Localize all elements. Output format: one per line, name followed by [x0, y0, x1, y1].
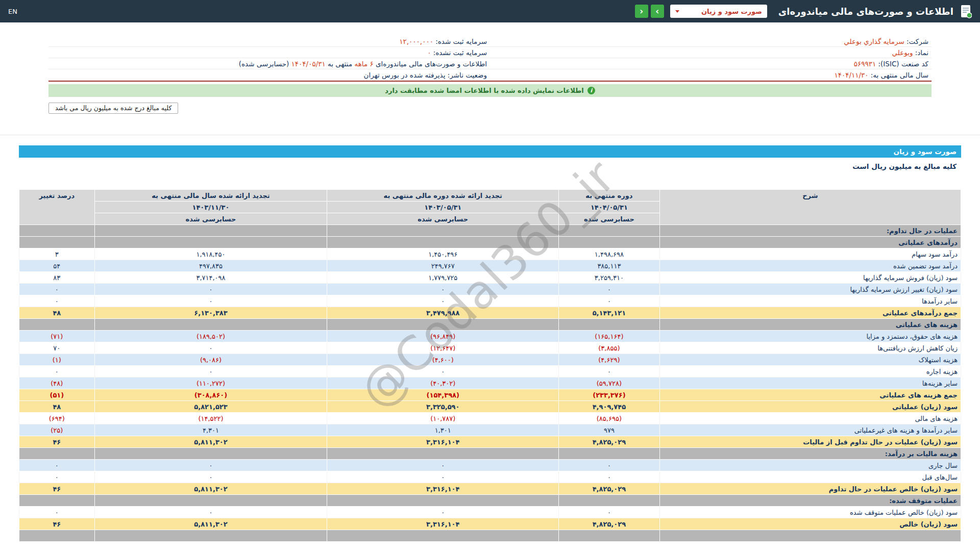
table-row: درآمد سود سهام۱,۴۹۸,۶۹۸۱,۴۵۰,۴۹۶۱,۹۱۸,۴۵… [19, 248, 961, 260]
unregistered-capital-label: سرمایه ثبت نشده: [433, 48, 487, 57]
table-row: زیان کاهش ارزش دریافتنی‌ها(۳,۸۵۵)(۱۲,۶۴۷… [19, 342, 961, 354]
table-row: هزینه استهلاک(۴,۶۲۹)(۴,۶۰۰)(۹,۰۸۶)(۱) [19, 354, 961, 366]
row-label: سایر درآمدها و هزینه های غیرعملیاتی [659, 424, 961, 436]
row-value: (۴,۶۲۹) [559, 354, 659, 366]
row-label: جمع درآمدهای عملیاتی [659, 307, 961, 319]
col-header-description: شرح [659, 190, 961, 225]
company-field: شرکت: سرمايه گذاري بوعلي [490, 37, 932, 45]
row-value [559, 319, 659, 331]
report-period-audited: (حسابرسی شده) [239, 60, 289, 68]
row-value: ۷۰ [19, 342, 95, 354]
unregistered-capital-field: سرمایه ثبت نشده: ۰ [48, 48, 490, 57]
report-type-selected-value: صورت سود و زیان [701, 8, 762, 15]
col-header-restated-year: تجدید ارائه شده سال مالی منتهی به [94, 190, 327, 202]
symbol-field: نماد: وبوعلي [490, 48, 932, 57]
col-header-current-date: ۱۴۰۴/۰۵/۳۱ [559, 202, 659, 213]
table-row: سود (زیان) عملیات در حال تداوم قبل از ما… [19, 436, 961, 448]
table-row: سود (زیان) فروش سرمایه گذاریها۳,۲۵۹,۳۱۰۱… [19, 272, 961, 284]
row-value: ۰ [327, 366, 559, 378]
row-label: هزینه های مالی [659, 413, 961, 424]
table-row: سال جاری۰۰۰۰ [19, 460, 961, 471]
next-report-button[interactable]: › [651, 5, 664, 18]
row-value [19, 237, 95, 248]
row-label: هزینه اجاره [659, 366, 961, 378]
row-value: ۰ [19, 471, 95, 483]
language-toggle[interactable]: EN [8, 8, 17, 15]
row-value: ۰ [19, 366, 95, 378]
row-value: ۸۳ [19, 272, 95, 284]
row-label: درآمدهای عملیاتی [659, 237, 961, 248]
row-value [559, 237, 659, 248]
row-value: ۴۸ [19, 401, 95, 413]
row-value: (۹,۰۸۶) [94, 354, 327, 366]
row-value: (۴,۶۰۰) [327, 354, 559, 366]
row-value [327, 530, 559, 542]
row-value: ۰ [94, 460, 327, 471]
banner-text: اطلاعات نمایش داده شده با اطلاعات امضا ش… [385, 87, 584, 94]
row-value: ۱,۷۷۹,۷۲۵ [327, 272, 559, 284]
row-value: ۳,۴۷۹,۹۸۸ [327, 307, 559, 319]
statement-title-bar: صورت سود و زیان [19, 145, 961, 158]
row-value: ۵,۸۱۱,۳۰۲ [94, 518, 327, 530]
table-row: سود (زیان) عملیاتی۴,۹۰۹,۷۴۵۳,۳۲۵,۵۹۰۵,۸۲… [19, 401, 961, 413]
section-divider [0, 135, 980, 135]
row-value: (۱۸۹,۵۰۲) [94, 331, 327, 342]
row-value: ۴,۳۰۱ [94, 424, 327, 436]
fiscal-year-value: ۱۴۰۴/۱۱/۳۰ [834, 71, 868, 79]
section-row: درآمدهای عملیاتی [19, 237, 961, 248]
info-row: شرکت: سرمايه گذاري بوعلي سرمایه ثبت شده:… [48, 36, 932, 47]
row-value [327, 495, 559, 507]
row-value: ۳,۳۱۶,۱۰۴ [327, 436, 559, 448]
registered-capital-label: سرمایه ثبت شده: [435, 37, 487, 45]
row-value: (۱۵۴,۳۹۸) [327, 389, 559, 401]
row-value: ۱,۹۱۸,۴۵۰ [94, 248, 327, 260]
top-bar: اطلاعات و صورت‌های مالی میاندوره‌ای صورت… [0, 0, 980, 22]
info-row: کد صنعت (ISIC): ۵۶۹۹۳۱ اطلاعات و صورت‌ها… [48, 58, 932, 69]
prev-report-button[interactable]: ‹ [635, 5, 648, 18]
info-icon: i [587, 87, 595, 94]
header-row-titles: شرح دوره منتهی به تجدید ارائه شده دوره م… [19, 190, 961, 202]
row-value: ۴,۸۲۵,۰۲۹ [559, 436, 659, 448]
row-value: (۳,۸۵۵) [559, 342, 659, 354]
income-statement-body: عملیات در حال تداوم:درآمدهای عملیاتیدرآم… [19, 225, 961, 542]
row-label: هزینه استهلاک [659, 354, 961, 366]
row-value: ۹۷۹ [559, 424, 659, 436]
row-value: ۰ [559, 366, 659, 378]
info-row: سال مالی منتهی به: ۱۴۰۴/۱۱/۳۰ وضعیت ناشر… [48, 69, 932, 81]
company-info-section: شرکت: سرمايه گذاري بوعلي سرمایه ثبت شده:… [48, 36, 932, 82]
publisher-status-value: پذيرفته شده در بورس تهران [364, 71, 446, 79]
row-label: سود (زیان) تغییر ارزش سرمایه گذاریها [659, 284, 961, 295]
row-value [94, 530, 327, 542]
table-row: سود (زیان) خالص عملیات در حال تداوم۴,۸۲۵… [19, 483, 961, 495]
row-value: (۲۵) [19, 424, 95, 436]
row-value: ۳,۲۵۹,۳۱۰ [559, 272, 659, 284]
table-row: سایر هزینه‌ها(۵۹,۷۲۸)(۴۰,۳۰۲)(۱۱۰,۲۷۲)(۴… [19, 378, 961, 389]
row-value [327, 319, 559, 331]
row-value: (۶۹۴) [19, 413, 95, 424]
row-value: ۴۶ [19, 518, 95, 530]
table-row: سایر درآمدها و هزینه های غیرعملیاتی۹۷۹۱,… [19, 424, 961, 436]
table-row: هزینه اجاره۰۰۰۰ [19, 366, 961, 378]
row-value: ۰ [559, 460, 659, 471]
row-label: سود (زیان) خالص عملیات متوقف شده [659, 507, 961, 518]
row-value: ۰ [559, 471, 659, 483]
row-value: ۰ [94, 507, 327, 518]
report-nav-buttons: › ‹ [635, 5, 664, 18]
company-label: شرکت: [906, 37, 928, 45]
col-header-current-period: دوره منتهی به [559, 190, 659, 202]
row-value: ۴,۸۲۵,۰۲۹ [559, 518, 659, 530]
row-value: ۴,۸۲۵,۰۲۹ [559, 483, 659, 495]
row-value: ۰ [94, 284, 327, 295]
page-title: اطلاعات و صورت‌های مالی میاندوره‌ای [778, 6, 953, 17]
note-container: کلیه مبالغ درج شده به میلیون ریال می باش… [48, 103, 932, 114]
row-label: درآمد سود تضمین شده [659, 260, 961, 272]
report-period-date: ۱۴۰۴/۰۵/۳۱ [291, 60, 326, 68]
row-label: سال جاری [659, 460, 961, 471]
row-label: سایر هزینه‌ها [659, 378, 961, 389]
row-value: ۳,۳۱۶,۱۰۴ [327, 483, 559, 495]
report-type-dropdown[interactable]: صورت سود و زیان [670, 5, 767, 18]
row-value: ۵۴ [19, 260, 95, 272]
table-row: درآمد سود تضمین شده۳۸۵,۱۱۳۲۴۹,۷۶۷۴۹۷,۸۳۵… [19, 260, 961, 272]
row-value: ۰ [327, 460, 559, 471]
row-value: ۳ [19, 248, 95, 260]
